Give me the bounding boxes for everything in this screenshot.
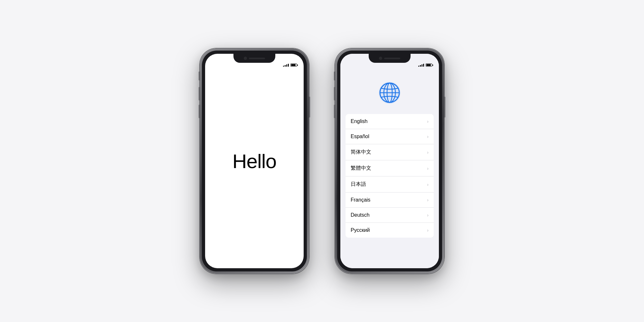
phone-screen-left: Hello [205,54,304,268]
signal-bar-r4 [423,64,424,67]
silent-switch [199,71,200,80]
status-icons-right [418,63,433,67]
language-name-french: Français [351,197,370,203]
volume-up-button-right [334,87,335,100]
speaker-right [384,58,400,59]
language-name-japanese: 日本語 [351,181,366,188]
signal-bar-1 [283,66,284,67]
chevron-english: › [427,119,429,124]
language-name-russian: Русский [351,227,370,233]
chevron-traditional-chinese: › [427,166,429,171]
language-item-french[interactable]: Français › [346,193,434,208]
signal-bars-right [418,63,424,67]
signal-bar-r1 [418,66,419,67]
chevron-simplified-chinese: › [427,150,429,155]
notch-left [233,54,275,63]
notch-right [369,54,411,63]
hello-content: Hello [205,54,304,268]
front-camera-right [379,57,382,60]
signal-bar-r2 [420,65,421,67]
status-icons-left [283,63,298,67]
language-item-simplified-chinese[interactable]: 简体中文 › [346,144,434,160]
phone-left: Hello [200,48,309,274]
speaker-left [249,58,265,59]
chevron-japanese: › [427,182,429,187]
language-item-english[interactable]: English › [346,114,434,129]
phone-right: English › Español › 简体中文 › 繁體中文 [335,48,444,274]
globe-icon [378,81,401,104]
battery-fill-right [426,64,431,66]
chevron-espanol: › [427,134,429,139]
signal-bar-3 [286,64,287,67]
language-name-traditional-chinese: 繁體中文 [351,165,371,172]
power-button-right [444,97,445,118]
chevron-german: › [427,213,429,218]
battery-icon-left [290,63,298,67]
language-name-simplified-chinese: 简体中文 [351,149,371,156]
language-content: English › Español › 简体中文 › 繁體中文 [340,54,439,268]
language-name-espanol: Español [351,134,369,139]
language-item-espanol[interactable]: Español › [346,129,434,144]
phone-frame-right: English › Español › 简体中文 › 繁體中文 [335,48,444,274]
battery-body-left [290,63,297,67]
language-item-russian[interactable]: Русский › [346,223,434,238]
battery-tip-right [432,64,433,66]
chevron-french: › [427,197,429,203]
language-item-japanese[interactable]: 日本語 › [346,176,434,193]
battery-icon-right [426,63,433,67]
volume-up-button [199,87,200,100]
language-item-german[interactable]: Deutsch › [346,208,434,223]
signal-bar-2 [285,65,286,67]
language-name-german: Deutsch [351,212,370,218]
battery-fill-left [291,64,296,66]
chevron-russian: › [427,228,429,233]
front-camera-left [244,57,247,60]
signal-bar-r3 [421,64,422,67]
volume-down-button [199,105,200,118]
phone-inner-right: English › Español › 简体中文 › 繁體中文 [337,51,442,271]
battery-tip-left [297,64,298,66]
silent-switch-right [334,71,335,80]
battery-body-right [426,63,432,67]
phone-frame-left: Hello [200,48,309,274]
language-name-english: English [351,118,367,124]
phone-screen-right: English › Español › 简体中文 › 繁體中文 [340,54,439,268]
signal-bars-left [283,63,289,67]
power-button [309,97,310,118]
language-list: English › Español › 简体中文 › 繁體中文 [346,114,434,238]
signal-bar-4 [288,64,289,67]
volume-down-button-right [334,105,335,118]
hello-text: Hello [232,150,276,173]
phone-inner-left: Hello [202,51,307,271]
language-item-traditional-chinese[interactable]: 繁體中文 › [346,160,434,176]
